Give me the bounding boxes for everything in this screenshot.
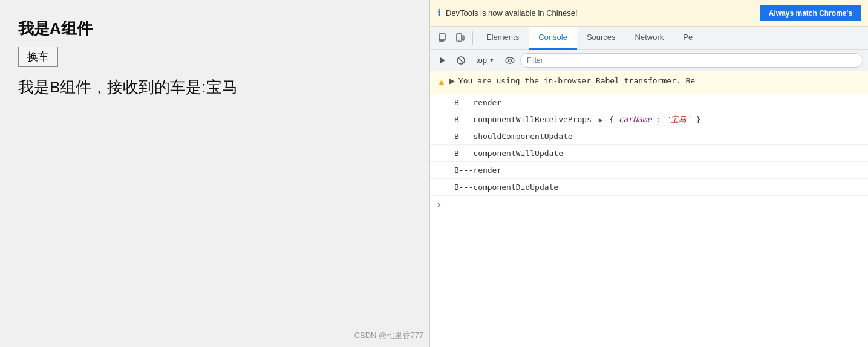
console-line: B---shouldComponentUpdate bbox=[430, 128, 868, 145]
inspect-icon-button[interactable] bbox=[435, 30, 452, 47]
console-text: B---render bbox=[454, 98, 501, 107]
top-dropdown[interactable]: top ▼ bbox=[471, 54, 500, 66]
component-b-label: 我是B组件，接收到的车是:宝马 bbox=[18, 77, 411, 98]
tab-sources[interactable]: Sources bbox=[577, 27, 625, 50]
console-text: B---componentWillUpdate bbox=[454, 149, 563, 158]
eye-icon-button[interactable] bbox=[502, 53, 518, 68]
tab-console[interactable]: Console bbox=[529, 27, 577, 50]
console-area: B---render B---componentWillReceiveProps… bbox=[430, 94, 868, 347]
warning-row: ▲ ▶ You are using the in-browser Babel t… bbox=[430, 71, 868, 94]
top-label: top bbox=[476, 56, 487, 65]
console-line: B---render bbox=[430, 162, 868, 179]
toolbar-row: top ▼ bbox=[430, 50, 868, 71]
tab-network[interactable]: Network bbox=[625, 27, 674, 50]
watermark: CSDN @七里香777 bbox=[354, 330, 423, 341]
device-toolbar-icon-button[interactable] bbox=[452, 30, 469, 47]
warning-expand-icon[interactable]: ▶ bbox=[449, 77, 455, 85]
console-line: B---componentWillUpdate bbox=[430, 145, 868, 162]
info-icon: ℹ bbox=[437, 7, 441, 19]
console-text: B---componentWillReceiveProps ▶ { carNam… bbox=[454, 114, 700, 125]
svg-rect-0 bbox=[439, 34, 445, 40]
warning-text: You are using the in-browser Babel trans… bbox=[458, 76, 695, 85]
warning-icon: ▲ bbox=[437, 77, 446, 86]
tabs-row: Elements Console Sources Network Pe bbox=[430, 27, 868, 50]
notification-text: DevTools is now available in Chinese! bbox=[446, 8, 755, 18]
console-text: B---componentDidUpdate bbox=[454, 183, 558, 192]
svg-rect-4 bbox=[462, 36, 464, 40]
tab-elements[interactable]: Elements bbox=[477, 27, 529, 50]
dropdown-arrow-icon: ▼ bbox=[489, 57, 495, 63]
prompt-arrow-icon: › bbox=[437, 199, 440, 209]
console-prompt-line[interactable]: › bbox=[430, 196, 868, 213]
svg-point-5 bbox=[458, 39, 459, 40]
tab-pe[interactable]: Pe bbox=[673, 27, 702, 50]
svg-point-9 bbox=[506, 57, 514, 63]
block-icon-button[interactable] bbox=[453, 53, 469, 68]
filter-input[interactable] bbox=[520, 53, 863, 68]
play-icon-button[interactable] bbox=[435, 53, 451, 68]
component-a-label: 我是A组件 bbox=[18, 18, 411, 39]
always-match-button[interactable]: Always match Chrome's bbox=[760, 5, 861, 21]
tab-separator bbox=[472, 31, 473, 45]
svg-line-8 bbox=[458, 57, 464, 63]
expand-object-icon[interactable]: ▶ bbox=[599, 116, 607, 124]
devtools-panel: ℹ DevTools is now available in Chinese! … bbox=[429, 0, 868, 347]
console-line: B---componentWillReceiveProps ▶ { carNam… bbox=[430, 111, 868, 128]
switch-button[interactable]: 换车 bbox=[18, 47, 58, 67]
console-line: B---componentDidUpdate bbox=[430, 179, 868, 196]
console-text: B---shouldComponentUpdate bbox=[454, 132, 573, 141]
svg-point-10 bbox=[508, 59, 511, 62]
console-line: B---render bbox=[430, 94, 868, 111]
svg-marker-6 bbox=[440, 57, 445, 63]
console-text: B---render bbox=[454, 166, 501, 175]
notification-bar: ℹ DevTools is now available in Chinese! … bbox=[430, 0, 868, 27]
left-panel: 我是A组件 换车 我是B组件，接收到的车是:宝马 CSDN @七里香777 bbox=[0, 0, 429, 347]
